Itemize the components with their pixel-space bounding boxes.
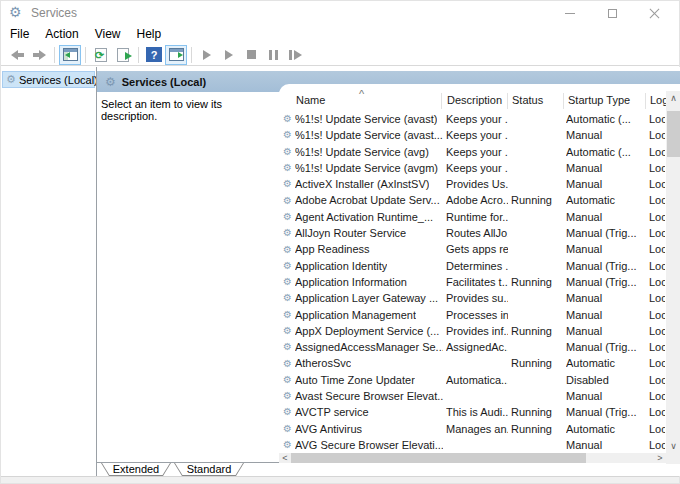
service-name-cell[interactable]: ⚙App Readiness: [283, 241, 443, 257]
service-status: [511, 144, 559, 160]
show-console-tree-button[interactable]: [59, 45, 81, 65]
table-row[interactable]: ⚙Auto Time Zone UpdaterAutomatica...Disa…: [279, 372, 666, 388]
scroll-up-icon[interactable]: ∧: [666, 91, 680, 105]
menu-action[interactable]: Action: [37, 25, 86, 44]
horizontal-scrollbar[interactable]: < >: [279, 453, 666, 463]
table-row[interactable]: ⚙%1!s! Update Service (avast)Keeps your …: [279, 111, 666, 127]
table-row[interactable]: ⚙Application Layer Gateway ...Provides s…: [279, 290, 666, 306]
table-row[interactable]: ⚙App ReadinessGets apps re...ManualLoca: [279, 241, 666, 257]
export-list-button[interactable]: [112, 45, 134, 65]
service-name-cell[interactable]: ⚙%1!s! Update Service (avast): [283, 111, 443, 127]
tab-standard[interactable]: Standard: [174, 463, 244, 476]
pause-icon: [269, 50, 278, 60]
service-name: ActiveX Installer (AxInstSV): [295, 176, 430, 192]
service-gear-icon: ⚙: [283, 212, 292, 222]
service-description: Keeps your ...: [446, 160, 508, 176]
tab-extended[interactable]: Extended: [101, 463, 171, 476]
service-name-cell[interactable]: ⚙AssignedAccessManager Se...: [283, 339, 443, 355]
resume-service-button[interactable]: [218, 45, 240, 65]
service-name-cell[interactable]: ⚙AVG Antivirus: [283, 421, 443, 437]
header-separator[interactable]: [441, 93, 442, 109]
table-row[interactable]: ⚙Agent Activation Runtime_...Runtime for…: [279, 209, 666, 225]
service-status: [511, 127, 559, 143]
scroll-left-icon[interactable]: <: [279, 453, 291, 463]
menu-file[interactable]: File: [2, 25, 37, 44]
table-row[interactable]: ⚙Adobe Acrobat Update Serv...Adobe Acro.…: [279, 192, 666, 208]
back-button[interactable]: [6, 45, 28, 65]
service-name-cell[interactable]: ⚙%1!s! Update Service (avast...: [283, 127, 443, 143]
table-row[interactable]: ⚙AVG AntivirusManages an...RunningAutoma…: [279, 421, 666, 437]
service-name: AVCTP service: [295, 404, 369, 420]
stop-service-button[interactable]: [240, 45, 262, 65]
service-name-cell[interactable]: ⚙Avast Secure Browser Elevat...: [283, 388, 443, 404]
column-header-status[interactable]: Status: [512, 94, 543, 106]
service-status: [511, 225, 559, 241]
menu-view[interactable]: View: [87, 25, 129, 44]
show-hide-action-pane-button[interactable]: [165, 45, 187, 65]
service-gear-icon: ⚙: [283, 245, 292, 255]
service-name: Application Management: [295, 307, 416, 323]
export-list-icon: [117, 48, 129, 62]
service-gear-icon: ⚙: [283, 228, 292, 238]
close-button[interactable]: [633, 1, 675, 25]
menu-help[interactable]: Help: [129, 25, 170, 44]
forward-button[interactable]: [28, 45, 50, 65]
service-name-cell[interactable]: ⚙AVCTP service: [283, 404, 443, 420]
service-name-cell[interactable]: ⚙Application Management: [283, 307, 443, 323]
table-row[interactable]: ⚙%1!s! Update Service (avast...Keeps you…: [279, 127, 666, 143]
table-row[interactable]: ⚙Avast Secure Browser Elevat...ManualLoc…: [279, 388, 666, 404]
column-header-startup-type[interactable]: Startup Type: [568, 94, 630, 106]
table-row[interactable]: ⚙%1!s! Update Service (avg)Keeps your ..…: [279, 144, 666, 160]
table-row[interactable]: ⚙AppX Deployment Service (...Provides in…: [279, 323, 666, 339]
help-button[interactable]: ?: [143, 45, 165, 65]
service-name-cell[interactable]: ⚙AllJoyn Router Service: [283, 225, 443, 241]
table-row[interactable]: ⚙ActiveX Installer (AxInstSV)Provides Us…: [279, 176, 666, 192]
table-row[interactable]: ⚙AssignedAccessManager Se...AssignedAc..…: [279, 339, 666, 355]
service-name-cell[interactable]: ⚙AppX Deployment Service (...: [283, 323, 443, 339]
service-name-cell[interactable]: ⚙Application Layer Gateway ...: [283, 290, 443, 306]
service-gear-icon: ⚙: [283, 424, 292, 434]
service-startup-type: Automatic: [566, 192, 646, 208]
scroll-right-icon[interactable]: >: [654, 453, 666, 463]
start-service-button[interactable]: [196, 45, 218, 65]
service-description: [446, 388, 508, 404]
header-separator[interactable]: [563, 93, 564, 109]
horizontal-scrollbar-thumb[interactable]: [291, 453, 586, 463]
table-row[interactable]: ⚙AtherosSvcRunningAutomaticLoca: [279, 355, 666, 371]
minimize-button[interactable]: [549, 1, 591, 25]
vertical-scrollbar[interactable]: ∧ ∨: [666, 91, 680, 453]
header-separator[interactable]: [507, 93, 508, 109]
table-row[interactable]: ⚙Application InformationFacilitates t...…: [279, 274, 666, 290]
service-name-cell[interactable]: ⚙Application Information: [283, 274, 443, 290]
toolbar-separator: [54, 47, 55, 63]
service-name-cell[interactable]: ⚙ActiveX Installer (AxInstSV): [283, 176, 443, 192]
service-name-cell[interactable]: ⚙AtherosSvc: [283, 355, 443, 371]
service-name-cell[interactable]: ⚙%1!s! Update Service (avg): [283, 144, 443, 160]
maximize-button[interactable]: [591, 1, 633, 25]
service-startup-type: Manual: [566, 437, 646, 453]
vertical-scrollbar-thumb[interactable]: [667, 111, 680, 157]
restart-service-button[interactable]: [284, 45, 306, 65]
table-row[interactable]: ⚙%1!s! Update Service (avgm)Keeps your .…: [279, 160, 666, 176]
service-log-on-as: Loca: [649, 241, 665, 257]
service-name-cell[interactable]: ⚙%1!s! Update Service (avgm): [283, 160, 443, 176]
view-tab-bar: Extended Standard: [97, 462, 679, 476]
tree-item-services-local[interactable]: ⚙ Services (Local): [2, 71, 95, 88]
header-separator[interactable]: [645, 93, 646, 109]
table-row[interactable]: ⚙AVCTP serviceThis is Audi...RunningManu…: [279, 404, 666, 420]
scroll-down-icon[interactable]: ∨: [666, 439, 680, 453]
service-name-cell[interactable]: ⚙Adobe Acrobat Update Serv...: [283, 192, 443, 208]
service-name-cell[interactable]: ⚙Auto Time Zone Updater: [283, 372, 443, 388]
service-name-cell[interactable]: ⚙Agent Activation Runtime_...: [283, 209, 443, 225]
service-name-cell[interactable]: ⚙Application Identity: [283, 258, 443, 274]
column-header-description[interactable]: Description: [447, 94, 502, 106]
table-row[interactable]: ⚙AVG Secure Browser Elevati...ManualLoca: [279, 437, 666, 453]
pause-service-button[interactable]: [262, 45, 284, 65]
refresh-button[interactable]: ⟳: [90, 45, 112, 65]
table-row[interactable]: ⚙Application IdentityDetermines ...Manua…: [279, 258, 666, 274]
service-name-cell[interactable]: ⚙AVG Secure Browser Elevati...: [283, 437, 443, 453]
service-status: [511, 258, 559, 274]
column-header-name[interactable]: Name: [296, 94, 325, 106]
table-row[interactable]: ⚙AllJoyn Router ServiceRoutes AllJo...Ma…: [279, 225, 666, 241]
table-row[interactable]: ⚙Application ManagementProcesses in...Ma…: [279, 307, 666, 323]
